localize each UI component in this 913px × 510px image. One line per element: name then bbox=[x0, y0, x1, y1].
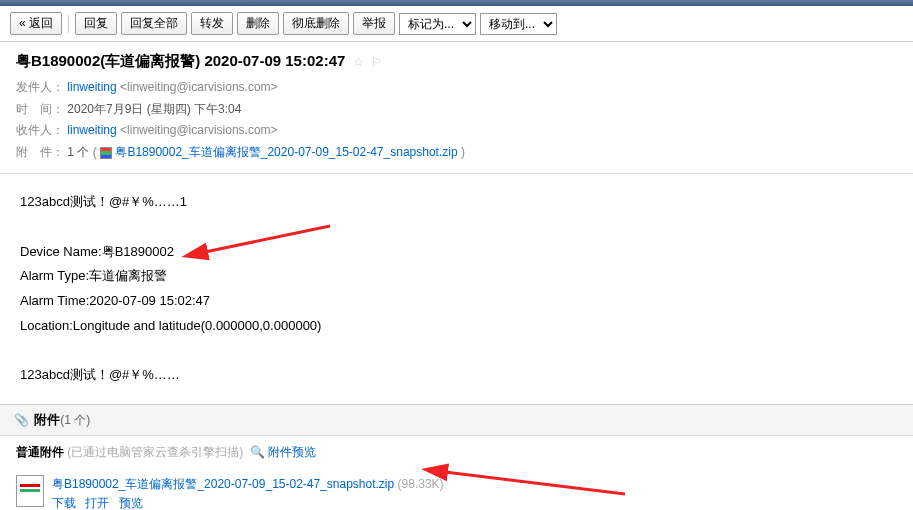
separator bbox=[68, 15, 69, 33]
forward-button[interactable]: 转发 bbox=[191, 12, 233, 35]
reply-all-button[interactable]: 回复全部 bbox=[121, 12, 187, 35]
attachments-count: (1 个) bbox=[60, 413, 90, 427]
body-alarm-type: Alarm Type:车道偏离报警 bbox=[20, 264, 893, 289]
scan-note: (已通过电脑管家云查杀引擎扫描) bbox=[67, 445, 243, 459]
toolbar-top: « 返回 回复 回复全部 转发 删除 彻底删除 举报 标记为... 移动到... bbox=[0, 6, 913, 42]
normal-attachment-label: 普通附件 bbox=[16, 445, 64, 459]
attachment-row: 粤B1890002_车道偏离报警_2020-07-09_15-02-47_sna… bbox=[0, 469, 913, 510]
attachment-filesize: (98.33K) bbox=[398, 477, 444, 491]
star-icon[interactable]: ☆ bbox=[353, 55, 364, 69]
to-name[interactable]: linweiting bbox=[67, 123, 116, 137]
mail-body: 123abcd测试！@#￥%……1 Device Name:粤B1890002 … bbox=[0, 174, 913, 404]
svg-line-0 bbox=[205, 226, 330, 252]
svg-line-1 bbox=[445, 472, 625, 494]
zip-icon bbox=[100, 147, 112, 159]
to-label: 收件人： bbox=[16, 123, 64, 137]
from-label: 发件人： bbox=[16, 80, 64, 94]
att-count-header: 1 个 bbox=[67, 145, 89, 159]
back-button[interactable]: « 返回 bbox=[10, 12, 62, 35]
attachments-title: 附件 bbox=[34, 412, 60, 427]
attachments-header: 📎 附件(1 个) bbox=[0, 404, 913, 435]
att-name-header[interactable]: 粤B1890002_车道偏离报警_2020-07-09_15-02-47_sna… bbox=[115, 145, 457, 159]
mark-as-select[interactable]: 标记为... bbox=[399, 13, 476, 35]
time-label: 时 间： bbox=[16, 102, 64, 116]
preview-link-file[interactable]: 预览 bbox=[119, 496, 143, 510]
time-value: 2020年7月9日 (星期四) 下午3:04 bbox=[67, 102, 241, 116]
move-to-select[interactable]: 移动到... bbox=[480, 13, 557, 35]
reply-button[interactable]: 回复 bbox=[75, 12, 117, 35]
body-line1: 123abcd测试！@#￥%……1 bbox=[20, 190, 893, 215]
search-icon: 🔍 bbox=[250, 445, 265, 459]
mail-headers: 发件人： linweiting <linweiting@icarvisions.… bbox=[0, 77, 913, 174]
flag-icon[interactable]: ⚐ bbox=[371, 55, 382, 69]
attachment-preview-link[interactable]: 附件预览 bbox=[268, 445, 316, 459]
spam-button[interactable]: 举报 bbox=[353, 12, 395, 35]
annotation-arrow-2 bbox=[440, 464, 630, 504]
subject-text: 粤B1890002(车道偏离报警) 2020-07-09 15:02:47 bbox=[16, 52, 345, 69]
body-line6: 123abcd测试！@#￥%…… bbox=[20, 363, 893, 388]
body-device: Device Name:粤B1890002 bbox=[20, 240, 893, 265]
from-name[interactable]: linweiting bbox=[67, 80, 116, 94]
att-label: 附 件： bbox=[16, 145, 64, 159]
body-alarm-time: Alarm Time:2020-07-09 15:02:47 bbox=[20, 289, 893, 314]
to-email: <linweiting@icarvisions.com> bbox=[120, 123, 278, 137]
attachment-filename[interactable]: 粤B1890002_车道偏离报警_2020-07-09_15-02-47_sna… bbox=[52, 477, 394, 491]
delete-button[interactable]: 删除 bbox=[237, 12, 279, 35]
purge-button[interactable]: 彻底删除 bbox=[283, 12, 349, 35]
from-email: <linweiting@icarvisions.com> bbox=[120, 80, 278, 94]
paperclip-icon: 📎 bbox=[14, 413, 29, 427]
annotation-arrow-1 bbox=[200, 224, 340, 264]
open-link[interactable]: 打开 bbox=[85, 496, 109, 510]
zip-file-icon bbox=[16, 475, 44, 507]
body-location: Location:Longitude and latitude(0.000000… bbox=[20, 314, 893, 339]
download-link[interactable]: 下载 bbox=[52, 496, 76, 510]
